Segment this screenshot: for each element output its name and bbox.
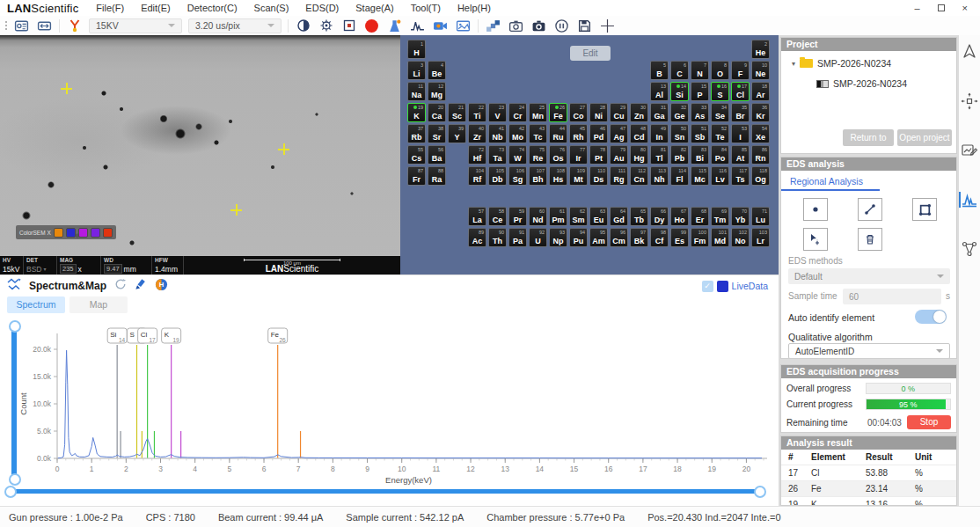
element-ag[interactable]: 47Ag: [610, 124, 628, 143]
element-ni[interactable]: 28Ni: [589, 103, 608, 122]
element-c[interactable]: 6C: [670, 61, 689, 80]
element-os[interactable]: 76Os: [549, 145, 567, 165]
element-b[interactable]: 5B: [650, 61, 669, 80]
element-am[interactable]: 95Am: [589, 228, 608, 247]
menu-detector[interactable]: Detector(C): [187, 3, 238, 13]
element-bh[interactable]: 107Bh: [529, 166, 547, 186]
element-i[interactable]: 53I: [731, 124, 750, 143]
element-np[interactable]: 93Np: [549, 228, 567, 247]
element-se[interactable]: 34Se: [711, 103, 729, 122]
element-ts[interactable]: 117Ts: [731, 166, 750, 186]
hv-select[interactable]: 15KV: [89, 18, 182, 33]
element-hf[interactable]: 72Hf: [468, 145, 486, 165]
element-xe[interactable]: 54Xe: [751, 124, 770, 143]
element-sb[interactable]: 51Sb: [691, 124, 709, 143]
element-cl[interactable]: 17Cl: [731, 82, 750, 101]
element-eu[interactable]: 63Eu: [589, 207, 608, 226]
menu-stage[interactable]: Stage(A): [355, 3, 393, 13]
element-nb[interactable]: 41Nb: [488, 124, 507, 143]
element-pd[interactable]: 46Pd: [589, 124, 608, 143]
element-co[interactable]: 27Co: [569, 103, 588, 122]
eds-method-select[interactable]: Default: [788, 268, 950, 284]
element-md[interactable]: 101Md: [711, 228, 729, 247]
element-th[interactable]: 90Th: [488, 228, 507, 247]
element-lr[interactable]: 103Lr: [751, 228, 770, 247]
element-ce[interactable]: 58Ce: [488, 207, 507, 226]
detector-settings-gear-icon[interactable]: [318, 18, 334, 34]
element-po[interactable]: 84Po: [711, 145, 729, 165]
element-ra[interactable]: 88Ra: [428, 166, 446, 186]
element-si[interactable]: 14Si: [670, 82, 689, 101]
element-w[interactable]: 74W: [508, 145, 527, 165]
element-mt[interactable]: 109Mt: [569, 166, 588, 186]
element-ta[interactable]: 73Ta: [488, 145, 507, 165]
element-rf[interactable]: 104Rf: [468, 166, 486, 186]
element-cr[interactable]: 24Cr: [508, 103, 527, 122]
element-hs[interactable]: 108Hs: [549, 166, 567, 186]
element-es[interactable]: 99Es: [670, 228, 689, 247]
delete-region-button[interactable]: [858, 228, 882, 251]
import-export-icon[interactable]: [36, 18, 53, 34]
move-region-button[interactable]: [803, 228, 828, 251]
element-k[interactable]: 19K: [407, 103, 426, 122]
image-annotate-icon[interactable]: [960, 141, 979, 160]
element-nh[interactable]: 113Nh: [650, 166, 669, 186]
photo-outline-icon[interactable]: [508, 18, 524, 34]
spectrum-waveform-icon[interactable]: [409, 18, 426, 34]
menu-file[interactable]: File(F): [96, 3, 124, 13]
element-hg[interactable]: 80Hg: [630, 145, 648, 165]
element-bi[interactable]: 83Bi: [691, 145, 709, 165]
menu-tool[interactable]: Tool(T): [411, 3, 441, 13]
close-button[interactable]: ×: [962, 3, 968, 13]
element-n[interactable]: 7N: [691, 61, 709, 80]
sem-image-viewport[interactable]: ColorSEM X HV15kV DETBSD▾ MAG235x WD9.47…: [0, 35, 400, 274]
montage-tiles-icon[interactable]: [485, 18, 501, 34]
element-ca[interactable]: 20Ca: [428, 103, 446, 122]
element-ir[interactable]: 77Ir: [569, 145, 588, 165]
element-bk[interactable]: 97Bk: [630, 228, 648, 247]
element-fl[interactable]: 114Fl: [670, 166, 689, 186]
element-pr[interactable]: 59Pr: [508, 207, 527, 226]
element-cd[interactable]: 48Cd: [630, 124, 648, 143]
element-tb[interactable]: 65Tb: [630, 207, 648, 226]
dwell-time-select[interactable]: 3.20 us/pix: [188, 18, 282, 33]
open-project-button[interactable]: Open project: [897, 129, 952, 146]
horizontal-range-slider[interactable]: [9, 489, 762, 494]
auto-identify-toggle[interactable]: [915, 310, 947, 324]
return-to-button[interactable]: Return to: [843, 129, 894, 146]
stage-control-icon[interactable]: [13, 18, 30, 34]
tab-regional-analysis[interactable]: Regional Analysis: [790, 176, 863, 187]
element-mc[interactable]: 115Mc: [691, 166, 709, 186]
element-color-swatch[interactable]: [78, 228, 88, 238]
result-row[interactable]: 19K13.16%: [781, 497, 956, 506]
minimize-button[interactable]: –: [914, 3, 919, 13]
video-capture-icon[interactable]: [432, 18, 449, 34]
element-ga[interactable]: 31Ga: [650, 103, 669, 122]
stop-button[interactable]: Stop: [907, 415, 951, 429]
element-ho[interactable]: 67Ho: [670, 207, 689, 226]
element-zr[interactable]: 40Zr: [468, 124, 486, 143]
project-file-row[interactable]: SMP-2026-N0234: [816, 78, 907, 89]
element-s[interactable]: 16S: [711, 82, 729, 101]
element-re[interactable]: 75Re: [529, 145, 547, 165]
element-ar[interactable]: 18Ar: [751, 82, 770, 101]
element-ru[interactable]: 44Ru: [549, 124, 567, 143]
photo-capture-icon[interactable]: [530, 18, 547, 34]
element-pt[interactable]: 78Pt: [589, 145, 608, 165]
restore-button[interactable]: [938, 4, 945, 11]
project-folder-row[interactable]: ▾ SMP-2026-N0234: [792, 58, 891, 69]
element-rh[interactable]: 45Rh: [569, 124, 588, 143]
element-tl[interactable]: 81Tl: [650, 145, 669, 165]
electron-gun-icon[interactable]: [66, 18, 83, 34]
tab-spectrum[interactable]: Spectrum: [7, 296, 65, 313]
element-rg[interactable]: 111Rg: [610, 166, 628, 186]
clean-brush-icon[interactable]: [135, 278, 147, 294]
toolbar-drag-handle-icon[interactable]: [5, 21, 7, 30]
rect-analysis-button[interactable]: [912, 198, 937, 221]
element-og[interactable]: 118Og: [751, 166, 770, 186]
element-p[interactable]: 15P: [691, 82, 709, 101]
element-cf[interactable]: 98Cf: [650, 228, 669, 247]
result-row[interactable]: 17Cl53.88%: [781, 465, 956, 481]
contrast-icon[interactable]: [295, 18, 311, 34]
qualitative-algorithm-select[interactable]: AutoElementID: [788, 343, 950, 359]
